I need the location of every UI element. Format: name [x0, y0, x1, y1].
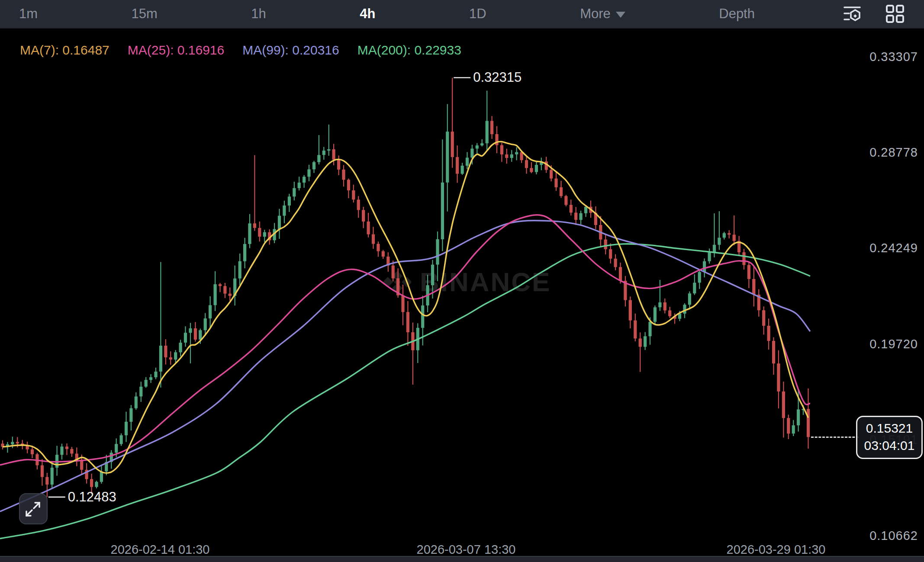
- indicator-settings-icon[interactable]: [843, 4, 863, 24]
- chevron-down-icon: [616, 12, 625, 18]
- toolbar-icon-group: [843, 4, 905, 24]
- interval-tabs: 1m15m1h4h1DMoreDepth: [19, 6, 755, 22]
- x-axis-label-1: 2026-03-07 13:30: [417, 543, 516, 557]
- grid-layout-icon[interactable]: [885, 4, 905, 24]
- x-axis-label-2: 2026-03-29 01:30: [727, 543, 826, 557]
- ma-legend: MA(7): 0.16487MA(25): 0.16916MA(99): 0.2…: [20, 43, 461, 58]
- y-axis-label-3: 0.19720: [869, 337, 918, 351]
- tab-more[interactable]: More: [580, 6, 625, 22]
- candles-group: [1, 78, 810, 497]
- tab-1h[interactable]: 1h: [251, 6, 266, 22]
- tab-1d[interactable]: 1D: [469, 6, 486, 22]
- tab-depth[interactable]: Depth: [719, 6, 755, 22]
- y-axis-label-1: 0.28778: [869, 145, 918, 160]
- ma-legend-item-3: MA(200): 0.22933: [357, 43, 461, 58]
- chart-toolbar: 1m15m1h4h1DMoreDepth: [0, 0, 924, 29]
- ma99-line: [0, 221, 810, 512]
- tab-4h[interactable]: 4h: [360, 6, 375, 22]
- tab-15m[interactable]: 15m: [132, 6, 158, 22]
- y-axis-label-5: 0.10662: [869, 529, 918, 543]
- last-price-badge: 0.15321 03:04:01: [856, 416, 923, 459]
- expand-chart-button[interactable]: [19, 493, 48, 524]
- ma200-line: [0, 244, 810, 539]
- high-price-annotation: 0.32315: [473, 70, 522, 85]
- bottom-panel-edge: [0, 556, 924, 562]
- candlestick-chart[interactable]: [0, 0, 924, 562]
- y-axis-label-2: 0.24249: [869, 241, 918, 255]
- low-price-annotation: 0.12483: [68, 489, 116, 505]
- ma25-line: [0, 215, 810, 465]
- last-price-value: 0.15321: [857, 420, 921, 437]
- expand-arrows-icon: [23, 498, 43, 520]
- x-axis-label-0: 2026-02-14 01:30: [111, 543, 210, 557]
- candle-countdown: 03:04:01: [857, 437, 921, 454]
- ma7-line: [3, 141, 808, 473]
- y-axis-label-0: 0.33307: [869, 50, 918, 64]
- last-price-dashed-line: [811, 437, 859, 438]
- tab-1m[interactable]: 1m: [19, 6, 38, 22]
- ma-legend-item-0: MA(7): 0.16487: [20, 43, 109, 58]
- ma-legend-item-2: MA(99): 0.20316: [242, 43, 339, 58]
- ma-legend-item-1: MA(25): 0.16916: [128, 43, 224, 58]
